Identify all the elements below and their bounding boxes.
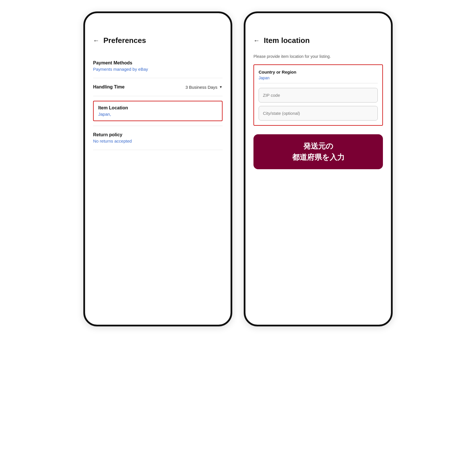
handling-time-section: Handling Time 3 Business Days ▼: [93, 78, 223, 96]
left-phone-frame: ← Preferences Payment Methods Payments m…: [83, 11, 232, 326]
handling-time-label: Handling Time: [93, 84, 125, 90]
handling-time-value-container[interactable]: 3 Business Days ▼: [185, 85, 223, 90]
item-location-value: Japan,: [98, 112, 217, 117]
back-arrow-right[interactable]: ←: [253, 37, 260, 44]
preferences-title: Preferences: [103, 36, 146, 45]
payment-methods-label: Payment Methods: [93, 60, 223, 66]
item-location-field-group: Country or Region Japan: [253, 64, 383, 126]
right-phone-frame: ← Item location Please provide item loca…: [244, 11, 393, 326]
japanese-banner-line2: 都道府県を入力: [262, 152, 374, 163]
preferences-header: ← Preferences: [93, 36, 223, 45]
country-region-value[interactable]: Japan: [259, 76, 378, 83]
payment-methods-value[interactable]: Payments managed by eBay: [93, 67, 223, 72]
return-policy-section: Return policy No returns accepted: [93, 126, 223, 150]
item-location-subtitle: Please provide item location for your li…: [253, 54, 383, 59]
japanese-banner-line1: 発送元の: [262, 141, 374, 152]
zip-code-input[interactable]: [259, 88, 378, 103]
item-location-header: ← Item location: [253, 36, 383, 45]
japanese-banner: 発送元の 都道府県を入力: [253, 134, 383, 169]
return-policy-label: Return policy: [93, 132, 223, 137]
item-location-title: Item location: [264, 36, 310, 45]
back-arrow-left[interactable]: ←: [93, 37, 99, 44]
country-region-label: Country or Region: [259, 70, 378, 74]
item-location-highlight-box[interactable]: Item Location Japan,: [93, 101, 223, 121]
return-policy-value[interactable]: No returns accepted: [93, 139, 223, 143]
payment-methods-section: Payment Methods Payments managed by eBay: [93, 54, 223, 78]
handling-time-dropdown-arrow: ▼: [219, 85, 223, 89]
item-location-section[interactable]: Item Location Japan,: [93, 96, 223, 126]
city-state-input[interactable]: [259, 106, 378, 121]
handling-time-value: 3 Business Days: [185, 85, 217, 90]
item-location-label: Item Location: [98, 105, 217, 111]
page-container: ← Preferences Payment Methods Payments m…: [6, 11, 470, 326]
